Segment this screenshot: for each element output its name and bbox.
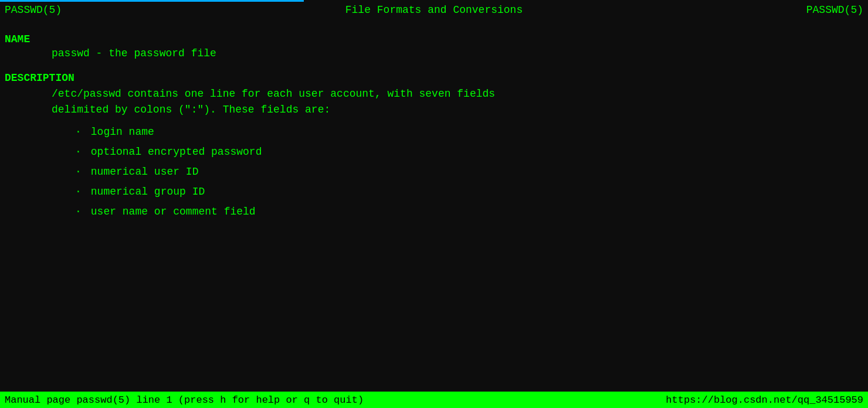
bullet-4: · xyxy=(75,186,82,198)
header-left: PASSWD(5) xyxy=(5,4,62,16)
list-item: · numerical group ID xyxy=(5,186,863,198)
list-item: · numerical user ID xyxy=(5,166,863,178)
list-item: · user name or comment field xyxy=(5,206,863,217)
name-content: passwd - the password file xyxy=(5,47,863,59)
list-item-2-text: optional encrypted password xyxy=(91,146,262,158)
bullet-5: · xyxy=(75,206,82,217)
progress-bar-fill xyxy=(0,0,304,2)
description-content: /etc/passwd contains one line for each u… xyxy=(5,86,863,118)
list-item-5-text: user name or comment field xyxy=(91,206,256,217)
list-item-1-text: login name xyxy=(91,126,154,138)
bullet-2: · xyxy=(75,146,82,158)
status-bar-text: Manual page passwd(5) line 1 (press h fo… xyxy=(5,395,364,406)
list-item: · login name xyxy=(5,126,863,138)
header-center: File Formats and Conversions xyxy=(345,4,523,16)
status-bar: Manual page passwd(5) line 1 (press h fo… xyxy=(0,392,868,408)
bullet-3: · xyxy=(75,166,82,178)
content-area: PASSWD(5) File Formats and Conversions P… xyxy=(0,2,868,392)
terminal-window: PASSWD(5) File Formats and Conversions P… xyxy=(0,0,868,408)
header-right: PASSWD(5) xyxy=(806,4,863,16)
man-page-header: PASSWD(5) File Formats and Conversions P… xyxy=(5,4,863,16)
status-bar-url: https://blog.csdn.net/qq_34515959 xyxy=(666,395,863,406)
bullet-1: · xyxy=(75,126,82,138)
section-name-label: NAME xyxy=(5,33,863,45)
list-item-3-text: numerical user ID xyxy=(91,166,199,178)
list-item: · optional encrypted password xyxy=(5,146,863,158)
progress-bar xyxy=(0,0,868,2)
section-description-label: DESCRIPTION xyxy=(5,72,863,84)
list-item-4-text: numerical group ID xyxy=(91,186,205,198)
